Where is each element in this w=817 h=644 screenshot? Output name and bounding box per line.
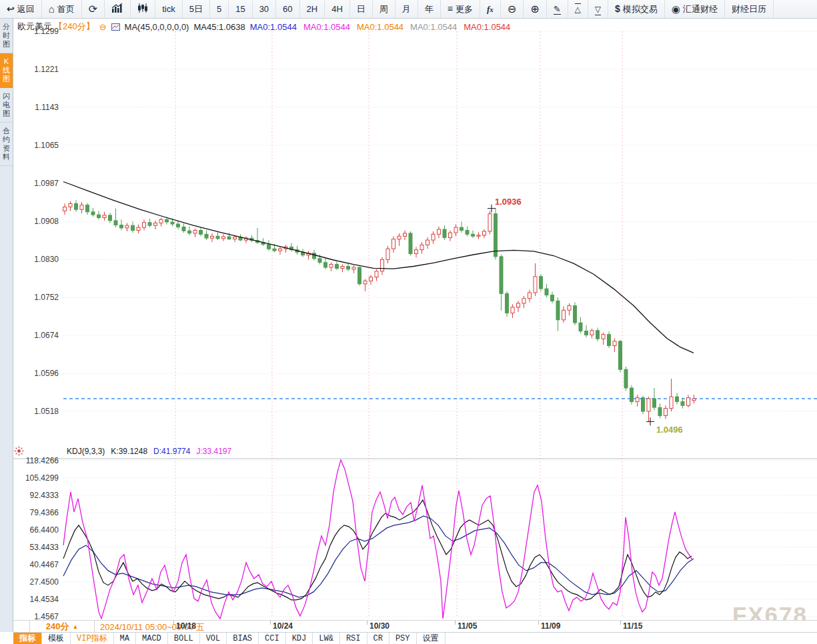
- kdj-axis-tick: 1.4567: [17, 612, 59, 621]
- kdj-d-value: D:41.9774: [153, 447, 190, 456]
- toolbar-zoom-in-icon[interactable]: ⊕: [524, 0, 546, 18]
- home-icon: ⌂: [49, 4, 55, 15]
- ma0-values-group: MA0:1.0544MA0:1.0544MA0:1.0544MA0:1.0544…: [250, 22, 511, 32]
- toolbar-line-chart-icon[interactable]: [105, 0, 131, 18]
- toolbar-marker-top-icon[interactable]: △: [568, 0, 588, 18]
- price-axis-tick: 1.0518: [17, 407, 59, 416]
- price-axis-tick: 1.0908: [17, 217, 59, 226]
- toolbar-draw-icon[interactable]: ✎: [547, 0, 568, 18]
- ma-formula-label: MA(45,0,0,0,0,0): [125, 22, 189, 32]
- toolbar-period-15-button[interactable]: 15: [229, 0, 252, 18]
- toolbar-calendar-button[interactable]: 财经日历: [725, 0, 774, 18]
- x-axis-date-label: 11/05: [458, 621, 477, 631]
- kdj-settings-icon[interactable]: [14, 446, 24, 459]
- kdj-axis-tick: 40.4467: [17, 560, 59, 569]
- left-sidebar: 分 时 图K 线 图闪 电 图合 约 资 料: [0, 19, 13, 632]
- refresh-icon: ⟳: [89, 4, 97, 15]
- tab-settings[interactable]: 设置: [417, 633, 446, 644]
- candlestick-icon: [137, 3, 148, 15]
- toolbar-refresh-icon[interactable]: ⟳: [82, 0, 105, 18]
- tab-rsi[interactable]: RSI: [340, 633, 367, 644]
- tab-ma[interactable]: MA: [114, 633, 136, 644]
- svg-text:1.0936: 1.0936: [495, 197, 522, 207]
- price-axis-tick: 1.1143: [17, 103, 59, 112]
- period-selector-arrow-icon: ▲: [72, 623, 78, 630]
- kdj-indicator-header: KDJ(9,3,3) K:39.1248 D:41.9774 J:33.4197: [67, 446, 231, 456]
- sidebar-item-contract-info[interactable]: 合 约 资 料: [0, 123, 13, 166]
- collapse-panel-icon[interactable]: ⊖: [99, 22, 107, 32]
- ma0-value-label-2: MA0:1.0544: [303, 22, 350, 32]
- toolbar-huitong-button[interactable]: ◉汇通财经: [665, 0, 725, 18]
- zoom-out-icon: ⊖: [508, 4, 516, 15]
- tab-indicator[interactable]: 指标: [13, 633, 42, 644]
- sidebar-item-flash-chart[interactable]: 闪 电 图: [0, 88, 13, 123]
- toolbar-period-day-button[interactable]: 日: [350, 0, 373, 18]
- bottom-tab-bar: 指标模板VIP指标MAMACDBOLLVOLBIASCCIKDJLW&RSICR…: [13, 632, 817, 644]
- kdj-axis-tick: 53.4433: [17, 543, 59, 552]
- price-axis-tick: 1.0752: [17, 293, 59, 302]
- tab-template[interactable]: 模板: [42, 633, 71, 644]
- kdj-axis-tick: 105.4299: [17, 473, 59, 483]
- toolbar-tick-button[interactable]: tick: [155, 0, 183, 18]
- kdj-axis-tick: 79.4366: [17, 508, 59, 517]
- main-chart-header: 欧元美元 【240分】 ⊖ MA(45,0,0,0,0,0) MA45:1.06…: [17, 21, 510, 32]
- period-tag: 【240分】: [54, 21, 95, 33]
- toolbar-indicator-fx-icon[interactable]: fx: [480, 0, 501, 18]
- tab-lw[interactable]: LW&: [313, 633, 340, 644]
- toolbar-marker-bottom-icon[interactable]: ▽: [588, 0, 608, 18]
- x-axis-date-label: 10/24: [273, 621, 293, 631]
- x-axis-tick-mark: [620, 621, 621, 625]
- toolbar-period-4h-button[interactable]: 4H: [325, 0, 350, 18]
- toolbar-period-60-button[interactable]: 60: [276, 0, 299, 18]
- tab-kdj[interactable]: KDJ: [286, 633, 313, 644]
- period-selector-label: 240分: [46, 621, 69, 633]
- toolbar-back-button[interactable]: ↩返回: [0, 0, 42, 18]
- ma0-value-label-5: MA0:1.0544: [464, 22, 510, 32]
- toolbar-zoom-out-icon[interactable]: ⊖: [501, 0, 524, 18]
- price-and-kdj-chart[interactable]: 1.09361.0496: [13, 19, 817, 620]
- price-axis-tick: 1.0596: [17, 369, 59, 378]
- ma0-value-label-4: MA0:1.0544: [410, 22, 457, 32]
- tab-boll[interactable]: BOLL: [168, 633, 200, 644]
- toolbar-more-button[interactable]: ≡更多: [441, 0, 480, 18]
- toolbar-candle-chart-icon[interactable]: [131, 0, 155, 18]
- toolbar-period-30-button[interactable]: 30: [253, 0, 276, 18]
- status-bar: 240分 ▲ 2024/10/11 05:00~09:00 五 10/1810/…: [13, 620, 817, 632]
- more-icon: ≡: [448, 4, 453, 14]
- triangle-down-line-icon: ▽: [595, 4, 601, 14]
- tab-macd[interactable]: MACD: [136, 633, 168, 644]
- tab-psy[interactable]: PSY: [389, 633, 417, 644]
- toolbar-period-5-button[interactable]: 5: [210, 0, 229, 18]
- kdj-j-value: J:33.4197: [196, 447, 231, 456]
- x-axis-tick-mark: [367, 621, 367, 625]
- period-selector-button[interactable]: 240分 ▲: [29, 621, 95, 633]
- toolbar-range-5day-button[interactable]: 5日: [183, 0, 210, 18]
- back-icon: ↩: [7, 4, 15, 14]
- kdj-formula-label: KDJ(9,3,3): [67, 447, 105, 456]
- toolbar-period-2h-button[interactable]: 2H: [300, 0, 325, 18]
- kdj-axis-tick: 66.4400: [17, 525, 59, 535]
- sidebar-item-timeline-chart[interactable]: 分 时 图: [0, 19, 13, 53]
- tab-cci[interactable]: CCI: [259, 633, 286, 644]
- tab-vol[interactable]: VOL: [200, 633, 227, 644]
- toolbar-home-button[interactable]: ⌂首页: [42, 0, 82, 18]
- x-axis-date-label: 11/15: [623, 621, 642, 631]
- x-axis-tick-mark: [455, 621, 456, 625]
- huitong-logo-icon: ◉: [672, 4, 680, 15]
- ma0-value-label-1: MA0:1.0544: [250, 22, 297, 32]
- tab-cr[interactable]: CR: [367, 633, 389, 644]
- x-axis-tick-mark: [173, 621, 174, 625]
- tab-vip-indicator[interactable]: VIP指标: [71, 633, 114, 644]
- sidebar-item-kline-chart[interactable]: K 线 图: [0, 53, 13, 88]
- toolbar-period-month-button[interactable]: 月: [395, 0, 418, 18]
- price-axis-tick: 1.0674: [17, 331, 59, 340]
- kdj-k-value: K:39.1248: [111, 447, 147, 456]
- mini-chart-icon[interactable]: [111, 23, 120, 31]
- tab-bias[interactable]: BIAS: [227, 633, 259, 644]
- toolbar-period-week-button[interactable]: 周: [373, 0, 395, 18]
- price-axis-tick: 1.1065: [17, 141, 59, 150]
- toolbar-sim-trade-button[interactable]: $模拟交易: [608, 0, 665, 18]
- kdj-axis-tick: 14.4534: [17, 595, 59, 604]
- x-axis-date-label: 10/18: [176, 621, 196, 631]
- toolbar-period-year-button[interactable]: 年: [418, 0, 441, 18]
